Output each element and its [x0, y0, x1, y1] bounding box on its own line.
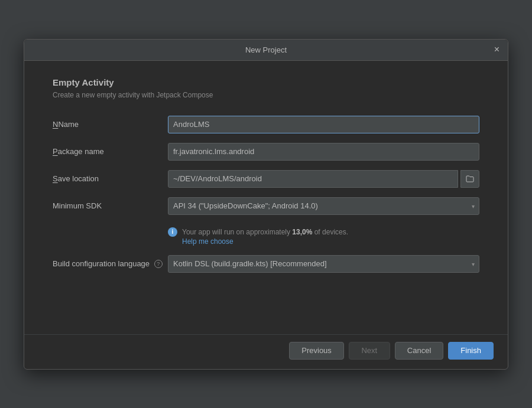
name-field: [168, 116, 479, 133]
title-bar: New Project ×: [24, 40, 508, 61]
finish-button[interactable]: Finish: [448, 342, 494, 360]
browse-folder-button[interactable]: [460, 170, 479, 188]
save-location-label: Save location: [53, 174, 168, 183]
name-label: NName: [53, 120, 168, 129]
new-project-dialog: New Project × Empty Activity Create a ne…: [24, 39, 508, 370]
build-config-label: Build configuration language ?: [53, 259, 168, 269]
close-button[interactable]: ×: [492, 44, 502, 56]
help-me-choose-link[interactable]: Help me choose: [182, 237, 348, 246]
name-row: NName: [53, 116, 479, 133]
package-name-label: Package name: [53, 147, 168, 156]
minimum-sdk-select[interactable]: API 34 ("UpsideDownCake"; Android 14.0): [168, 197, 479, 215]
minimum-sdk-field: API 34 ("UpsideDownCake"; Android 14.0) …: [168, 197, 479, 215]
dialog-body: Empty Activity Create a new empty activi…: [24, 61, 508, 334]
build-config-row: Build configuration language ? Kotlin DS…: [53, 255, 479, 273]
section-title: Empty Activity: [53, 77, 479, 87]
previous-button[interactable]: Previous: [289, 342, 344, 360]
save-location-row: Save location: [53, 170, 479, 188]
save-location-field: [168, 170, 479, 188]
build-config-select[interactable]: Kotlin DSL (build.gradle.kts) [Recommend…: [168, 255, 479, 273]
folder-icon: [466, 175, 474, 183]
build-config-field: Kotlin DSL (build.gradle.kts) [Recommend…: [168, 255, 479, 273]
info-icon: i: [168, 227, 177, 237]
package-name-input[interactable]: [168, 143, 479, 161]
minimum-sdk-row: Minimum SDK API 34 ("UpsideDownCake"; An…: [53, 197, 479, 215]
device-info-box: i Your app will run on approximately 13,…: [168, 227, 479, 246]
dialog-title: New Project: [245, 45, 287, 54]
cancel-button[interactable]: Cancel: [395, 342, 443, 360]
device-coverage-text: Your app will run on approximately 13,0%…: [182, 227, 348, 237]
package-name-field: [168, 143, 479, 161]
next-button[interactable]: Next: [349, 342, 390, 360]
section-subtitle: Create a new empty activity with Jetpack…: [53, 91, 479, 99]
package-name-row: Package name: [53, 143, 479, 161]
save-location-input[interactable]: [168, 170, 458, 188]
minimum-sdk-label: Minimum SDK: [53, 201, 168, 210]
help-icon[interactable]: ?: [154, 260, 163, 268]
dialog-footer: Previous Next Cancel Finish: [24, 334, 508, 369]
name-input[interactable]: [168, 116, 479, 133]
